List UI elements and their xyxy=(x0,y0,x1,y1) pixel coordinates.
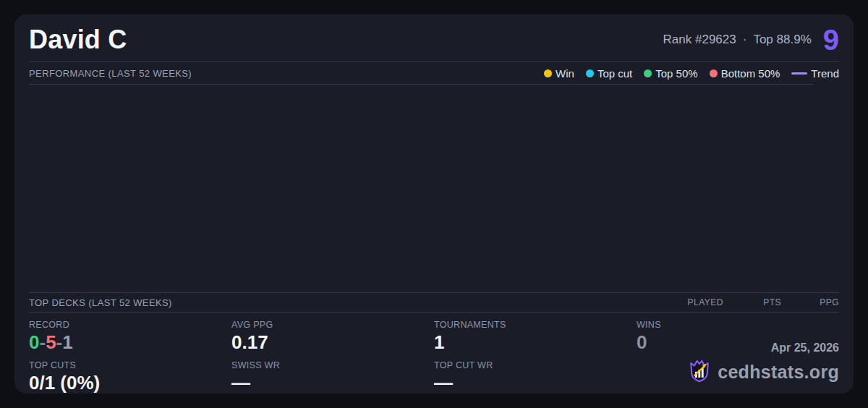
record-losses: 5 xyxy=(46,331,56,353)
top50-dot-icon xyxy=(644,69,652,77)
rank-separator: · xyxy=(743,33,747,47)
stats-column-1: RECORD 0-5-1 TOP CUTS 0/1 (0%) xyxy=(29,320,231,401)
rank-summary: Rank #29623 · Top 88.9% xyxy=(663,33,812,47)
performance-section-header: PERFORMANCE (LAST 52 WEEKS) Win Top cut … xyxy=(29,62,839,84)
top-cut-wr-label: TOP CUT WR xyxy=(434,360,637,370)
rank-number: Rank #29623 xyxy=(663,33,736,47)
player-score: 9 xyxy=(823,25,839,54)
record-wins: 0 xyxy=(29,331,39,353)
record-value: 0-5-1 xyxy=(29,332,231,354)
site-link[interactable]: cedhstats.org xyxy=(718,362,839,383)
card-footer: Apr 25, 2026 cedhstats.org xyxy=(688,341,839,386)
top-cut-dot-icon xyxy=(586,69,594,77)
card-header: David C Rank #29623 · Top 88.9% 9 xyxy=(29,14,839,61)
chart-legend: Win Top cut Top 50% Bottom 50% Trend xyxy=(544,67,839,80)
tournaments-label: TOURNAMENTS xyxy=(434,320,637,330)
player-stats-card: David C Rank #29623 · Top 88.9% 9 PERFOR… xyxy=(14,14,854,394)
performance-title: PERFORMANCE (LAST 52 WEEKS) xyxy=(29,68,192,79)
wins-label: WINS xyxy=(637,320,839,330)
performance-chart-area xyxy=(29,85,839,292)
legend-item-bottom50: Bottom 50% xyxy=(710,67,780,80)
trend-line-icon xyxy=(791,72,807,75)
record-separator: - xyxy=(39,331,46,353)
header-right: Rank #29623 · Top 88.9% 9 xyxy=(663,25,839,54)
avg-ppg-label: AVG PPG xyxy=(231,320,434,330)
column-ppg: PPG xyxy=(781,297,839,307)
column-pts: PTS xyxy=(723,297,781,307)
win-dot-icon xyxy=(544,69,552,77)
legend-label: Trend xyxy=(811,67,839,80)
player-name: David C xyxy=(29,25,127,55)
stats-column-2: AVG PPG 0.17 SWISS WR — xyxy=(231,320,434,401)
legend-label: Top 50% xyxy=(655,67,697,80)
top-cut-wr-value: — xyxy=(434,373,637,394)
bottom50-dot-icon xyxy=(710,69,718,77)
cedhstats-shield-logo-icon xyxy=(688,357,711,386)
swiss-wr-label: SWISS WR xyxy=(231,360,434,370)
stats-column-3: TOURNAMENTS 1 TOP CUT WR — xyxy=(434,320,637,401)
top-decks-title: TOP DECKS (LAST 52 WEEKS) xyxy=(29,297,172,308)
top-cuts-value: 0/1 (0%) xyxy=(29,373,231,394)
record-separator: - xyxy=(56,331,63,353)
legend-item-trend: Trend xyxy=(791,67,839,80)
top-cuts-label: TOP CUTS xyxy=(29,360,231,370)
legend-label: Bottom 50% xyxy=(721,67,780,80)
site-branding: cedhstats.org xyxy=(688,357,839,386)
legend-item-top-cut: Top cut xyxy=(586,67,632,80)
legend-item-win: Win xyxy=(544,67,574,80)
column-played: PLAYED xyxy=(665,297,723,307)
top-decks-header: TOP DECKS (LAST 52 WEEKS) PLAYED PTS PPG xyxy=(29,293,839,312)
avg-ppg-value: 0.17 xyxy=(231,332,434,354)
legend-item-top50: Top 50% xyxy=(644,67,697,80)
generated-date: Apr 25, 2026 xyxy=(688,341,839,354)
top-decks-columns: PLAYED PTS PPG xyxy=(665,297,839,307)
record-draws: 1 xyxy=(62,331,72,353)
legend-label: Win xyxy=(556,67,574,80)
record-label: RECORD xyxy=(29,320,231,330)
top-percent: Top 88.9% xyxy=(753,33,811,47)
legend-label: Top cut xyxy=(597,67,632,80)
tournaments-value: 1 xyxy=(434,332,637,354)
swiss-wr-value: — xyxy=(231,373,434,394)
